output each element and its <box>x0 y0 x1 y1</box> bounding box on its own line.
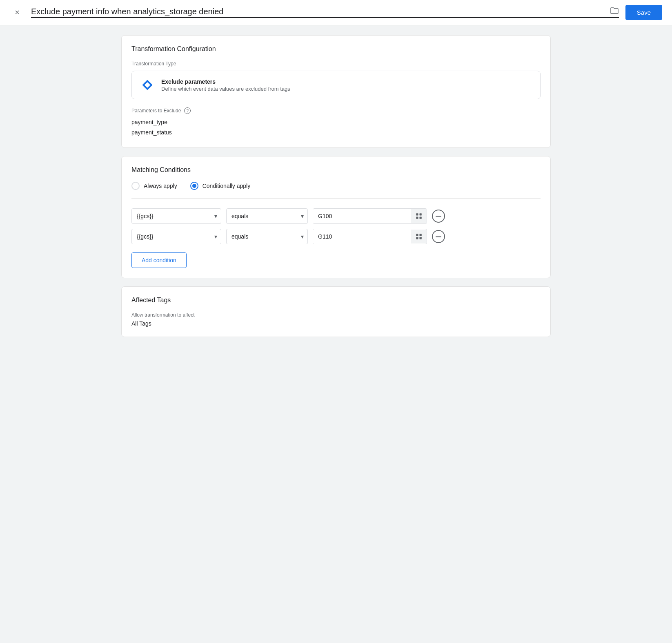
value-input-wrapper-1 <box>313 229 427 244</box>
remove-condition-button-0[interactable] <box>432 210 445 223</box>
svg-rect-11 <box>436 236 441 237</box>
always-apply-option[interactable]: Always apply <box>131 182 177 190</box>
add-condition-button[interactable]: Add condition <box>131 252 187 268</box>
svg-rect-5 <box>420 217 422 219</box>
params-to-exclude-label: Parameters to Exclude <box>131 108 181 114</box>
diamond-icon <box>140 78 155 92</box>
svg-rect-3 <box>420 214 422 216</box>
operator-select-wrapper-0: equals ▾ <box>226 208 308 224</box>
close-button[interactable]: × <box>10 5 24 20</box>
variable-picker-icon-0[interactable] <box>411 209 427 223</box>
variable-select-wrapper-1: {{gcs}} ▾ <box>131 229 221 244</box>
conditionally-apply-label: Conditionally apply <box>202 183 251 189</box>
svg-rect-4 <box>416 217 418 219</box>
svg-rect-9 <box>416 237 418 239</box>
svg-rect-10 <box>420 237 422 239</box>
matching-conditions-title: Matching Conditions <box>131 166 541 174</box>
affected-tags-title: Affected Tags <box>131 297 541 304</box>
variable-picker-icon-1[interactable] <box>411 230 427 243</box>
variable-select-1[interactable]: {{gcs}} <box>131 229 221 244</box>
help-icon[interactable]: ? <box>184 107 191 114</box>
operator-select-0[interactable]: equals <box>226 208 308 224</box>
remove-condition-button-1[interactable] <box>432 230 445 243</box>
matching-conditions-card: Matching Conditions Always apply Conditi… <box>121 156 551 278</box>
value-input-0[interactable] <box>313 209 411 223</box>
operator-select-1[interactable]: equals <box>226 229 308 244</box>
save-button[interactable]: Save <box>625 5 662 20</box>
all-tags-value: All Tags <box>131 320 541 327</box>
transformation-type-label: Transformation Type <box>131 61 541 67</box>
header: × Exclude payment info when analytics_st… <box>0 0 672 25</box>
condition-row-1: {{gcs}} ▾ equals ▾ <box>131 229 541 244</box>
value-input-1[interactable] <box>313 229 411 244</box>
svg-rect-7 <box>416 234 418 236</box>
condition-row-0: {{gcs}} ▾ equals ▾ <box>131 208 541 224</box>
header-title-row: Exclude payment info when analytics_stor… <box>31 7 619 18</box>
transformation-type-text: Exclude parameters Define which event da… <box>161 78 290 92</box>
param-item-1: payment_status <box>131 127 541 138</box>
variable-select-0[interactable]: {{gcs}} <box>131 208 221 224</box>
conditionally-apply-radio[interactable] <box>190 182 198 190</box>
variable-select-wrapper-0: {{gcs}} ▾ <box>131 208 221 224</box>
main-content: Transformation Configuration Transformat… <box>111 25 561 347</box>
params-label-row: Parameters to Exclude ? <box>131 107 541 114</box>
transformation-type-box: Exclude parameters Define which event da… <box>131 71 541 99</box>
page-title: Exclude payment info when analytics_stor… <box>31 7 605 16</box>
params-list: payment_type payment_status <box>131 117 541 138</box>
type-box-desc: Define which event data values are exclu… <box>161 86 290 92</box>
conditionally-apply-option[interactable]: Conditionally apply <box>190 182 251 190</box>
param-item-0: payment_type <box>131 117 541 127</box>
allow-label: Allow transformation to affect <box>131 312 541 318</box>
operator-select-wrapper-1: equals ▾ <box>226 229 308 244</box>
type-box-title: Exclude parameters <box>161 78 290 85</box>
svg-rect-8 <box>420 234 422 236</box>
value-input-wrapper-0 <box>313 208 427 224</box>
transformation-config-card: Transformation Configuration Transformat… <box>121 35 551 148</box>
radio-row: Always apply Conditionally apply <box>131 182 541 199</box>
transformation-config-title: Transformation Configuration <box>131 45 541 53</box>
folder-icon[interactable] <box>610 7 619 16</box>
svg-rect-2 <box>416 214 418 216</box>
affected-tags-card: Affected Tags Allow transformation to af… <box>121 286 551 337</box>
always-apply-label: Always apply <box>144 183 177 189</box>
always-apply-radio[interactable] <box>131 182 140 190</box>
svg-rect-6 <box>436 216 441 217</box>
